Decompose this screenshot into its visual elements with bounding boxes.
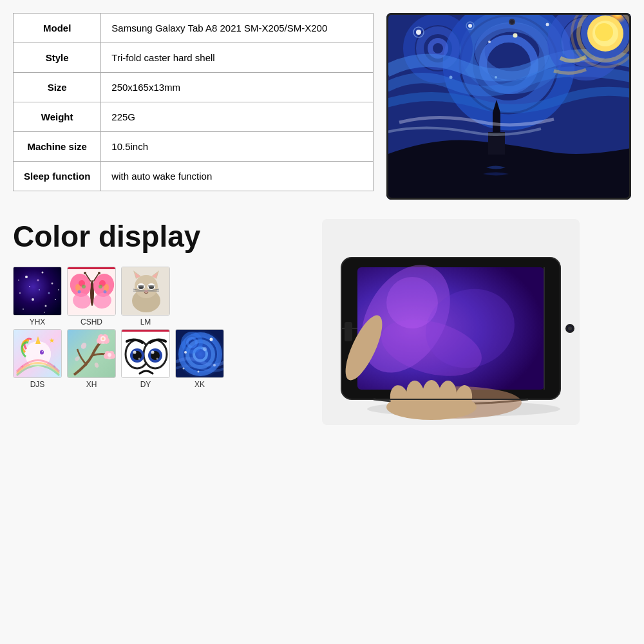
svg-point-19 [468,24,472,28]
table-row: Weight 225G [14,102,374,132]
spec-value: 10.5inch [101,132,374,162]
spec-label: Style [14,43,101,73]
table-row: Sleep function with auto wake function [14,162,374,191]
swatch-yhx[interactable]: YHX [13,267,62,327]
spec-value: with auto wake function [101,162,374,191]
starry-night-image [386,13,631,200]
svg-rect-158 [345,322,352,341]
svg-point-37 [19,292,21,294]
svg-point-131 [210,338,213,341]
swatch-yhx-image [13,267,62,316]
svg-point-123 [138,358,140,360]
svg-point-21 [513,33,518,38]
svg-point-44 [29,286,30,287]
svg-point-14 [595,23,613,41]
swatch-xh-image [67,329,116,378]
swatch-cshd-label: CSHD [80,317,102,327]
swatches-row-2: ★ ✦ ✦ DJS [13,329,258,389]
svg-point-90 [40,350,44,355]
spec-label: Machine size [14,132,101,162]
color-display-title: Color display [13,219,258,254]
swatch-xh[interactable]: XH [67,329,116,389]
svg-point-122 [151,351,155,354]
svg-point-132 [184,351,187,354]
swatch-xk-label: XK [194,380,205,389]
swatches-row-1: YHX [13,267,258,327]
spec-value: Samsung Galaxy Tab A8 2021 SM-X205/SM-X2… [101,14,374,43]
specs-table: Model Samsung Galaxy Tab A8 2021 SM-X205… [13,13,374,191]
svg-point-38 [32,298,34,301]
landscape-tablet-svg [322,219,580,425]
svg-point-66 [78,290,81,294]
product-image [386,13,631,200]
svg-point-35 [42,272,44,274]
swatch-djs-image: ★ ✦ ✦ [13,329,62,378]
swatch-cshd[interactable]: CSHD [67,267,116,327]
svg-point-147 [568,327,572,330]
svg-point-22 [546,23,549,26]
svg-rect-116 [145,352,147,354]
svg-point-46 [37,279,39,281]
svg-point-25 [495,76,497,79]
swatch-djs[interactable]: ★ ✦ ✦ DJS [13,329,62,389]
svg-point-65 [99,285,102,289]
swatch-lm-image [121,267,170,316]
bottom-section: Color display [13,219,631,425]
svg-point-43 [48,292,50,294]
svg-point-124 [156,358,158,360]
swatch-lm-label: LM [140,317,151,327]
svg-point-62 [84,272,86,274]
swatch-lm[interactable]: LM [121,267,170,327]
spec-value: 250x165x13mm [101,73,374,102]
svg-point-17 [416,30,421,35]
svg-rect-50 [68,267,116,269]
svg-point-135 [183,368,185,370]
table-row: Machine size 10.5inch [14,132,374,162]
swatch-cshd-image [67,267,116,316]
color-display-section: Color display [13,219,258,425]
svg-point-102 [102,337,104,340]
svg-point-47 [18,279,19,281]
swatch-yhx-label: YHX [30,317,46,327]
svg-point-121 [133,351,137,354]
svg-point-134 [198,371,200,373]
svg-point-40 [45,305,47,307]
spec-label: Model [14,14,101,43]
svg-point-30 [510,20,514,24]
svg-point-67 [104,290,107,294]
table-row: Size 250x165x13mm [14,73,374,102]
svg-rect-113 [122,330,170,332]
swatch-xk[interactable]: XK [175,329,224,389]
swatch-dy-label: DY [140,380,151,389]
svg-point-24 [450,76,453,79]
svg-point-91 [42,351,43,352]
svg-point-41 [23,308,24,310]
svg-point-39 [55,299,56,300]
table-row: Style Tri-fold caster hard shell [14,43,374,73]
svg-point-45 [58,289,59,290]
main-container: Model Samsung Galaxy Tab A8 2021 SM-X205… [0,0,644,644]
svg-rect-33 [14,267,62,316]
spec-label: Sleep function [14,162,101,191]
svg-point-42 [39,289,40,290]
product-image-container [386,13,631,200]
spec-value: 225G [101,102,374,132]
table-row: Model Samsung Galaxy Tab A8 2021 SM-X205… [14,14,374,43]
second-tablet-image [322,219,580,425]
swatch-dy[interactable]: DY [121,329,170,389]
swatch-xk-image [175,329,224,378]
spec-label: Size [14,73,101,102]
svg-point-48 [44,312,45,313]
swatch-xh-label: XH [86,380,97,389]
svg-point-23 [488,41,491,43]
specs-section: Model Samsung Galaxy Tab A8 2021 SM-X205… [13,13,374,200]
svg-point-63 [98,272,100,274]
svg-point-156 [386,394,477,420]
swatch-djs-label: DJS [30,380,45,389]
spec-label: Weight [14,102,101,132]
top-section: Model Samsung Galaxy Tab A8 2021 SM-X205… [13,13,631,200]
svg-point-108 [108,353,111,357]
svg-point-144 [386,277,438,328]
spec-value: Tri-fold caster hard shell [101,43,374,73]
svg-point-34 [25,276,28,278]
